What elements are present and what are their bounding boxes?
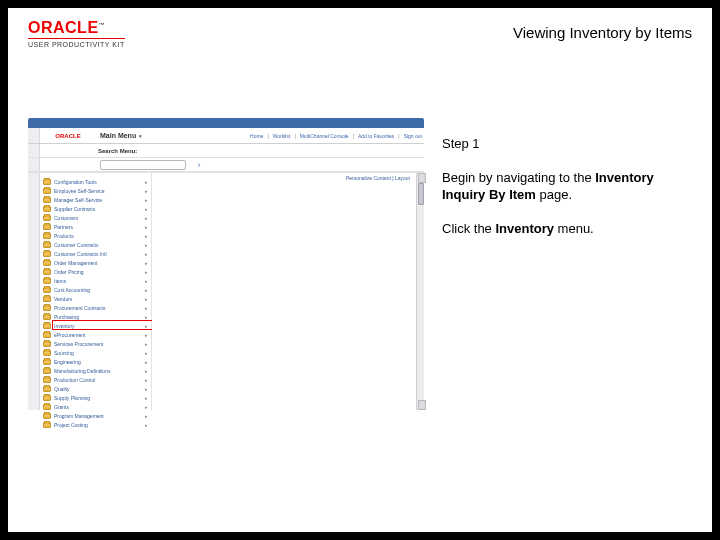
- submenu-caret-icon: ▸: [144, 404, 148, 410]
- link-mcc[interactable]: MultiChannel Console: [300, 133, 349, 139]
- menu-item-label: Supply Planning: [54, 395, 144, 401]
- folder-icon: [43, 332, 51, 338]
- menu-item-label: Grants: [54, 404, 144, 410]
- folder-icon: [43, 215, 51, 221]
- folder-icon: [43, 188, 51, 194]
- menu-item-label: Quality: [54, 386, 144, 392]
- menu-item[interactable]: Quality▸: [40, 384, 151, 393]
- menu-item-label: Partners: [54, 224, 144, 230]
- chevron-down-icon: ▾: [139, 133, 142, 139]
- menu-item[interactable]: Program Management▸: [40, 411, 151, 420]
- link-worklist[interactable]: Worklist: [273, 133, 291, 139]
- vertical-scrollbar[interactable]: [416, 173, 424, 410]
- menu-item[interactable]: Procurement Contracts▸: [40, 303, 151, 312]
- search-go-icon[interactable]: ›: [190, 160, 208, 170]
- menu-item-label: Production Control: [54, 377, 144, 383]
- submenu-caret-icon: ▸: [144, 296, 148, 302]
- menu-item[interactable]: Supply Planning▸: [40, 393, 151, 402]
- submenu-caret-icon: ▸: [144, 179, 148, 185]
- folder-icon: [43, 350, 51, 356]
- action-suffix: menu.: [554, 221, 594, 236]
- doc-title: Viewing Inventory by Items: [513, 24, 692, 41]
- submenu-caret-icon: ▸: [144, 197, 148, 203]
- submenu-caret-icon: ▸: [144, 242, 148, 248]
- folder-icon: [43, 404, 51, 410]
- window-titlebar: [28, 118, 424, 128]
- menu-item-label: Project Costing: [54, 422, 144, 428]
- menu-item-label: Customers: [54, 215, 144, 221]
- submenu-caret-icon: ▸: [144, 377, 148, 383]
- menu-item-label: Procurement Contracts: [54, 305, 144, 311]
- personalize-link[interactable]: Personalize Content | Layout: [346, 175, 410, 181]
- menu-item[interactable]: Cost Accounting▸: [40, 285, 151, 294]
- nav-menu: Configuration Tools▸Employee Self-Servic…: [40, 173, 152, 410]
- menu-item[interactable]: Items▸: [40, 276, 151, 285]
- scroll-thumb[interactable]: [418, 183, 424, 205]
- menu-item[interactable]: Order Pricing▸: [40, 267, 151, 276]
- menu-search-input[interactable]: [100, 160, 186, 170]
- link-fav[interactable]: Add to Favorites: [358, 133, 394, 139]
- intro-prefix: Begin by navigating to the: [442, 170, 595, 185]
- menu-item[interactable]: Partners▸: [40, 222, 151, 231]
- search-menu-label: Search Menu:: [98, 148, 137, 154]
- menu-item[interactable]: Production Control▸: [40, 375, 151, 384]
- menu-item[interactable]: Customers▸: [40, 213, 151, 222]
- menu-item[interactable]: Grants▸: [40, 402, 151, 411]
- menu-item[interactable]: Engineering▸: [40, 357, 151, 366]
- menu-item-label: Program Management: [54, 413, 144, 419]
- menu-item[interactable]: Inventory▸: [40, 321, 151, 330]
- link-signout[interactable]: Sign out: [404, 133, 422, 139]
- submenu-caret-icon: ▸: [144, 350, 148, 356]
- menu-item[interactable]: Services Procurement▸: [40, 339, 151, 348]
- tm-mark: ™: [99, 22, 106, 28]
- submenu-caret-icon: ▸: [144, 359, 148, 365]
- menu-item[interactable]: Configuration Tools▸: [40, 177, 151, 186]
- main-menu-dropdown[interactable]: Main Menu ▾: [96, 129, 150, 143]
- oracle-word: ORACLE: [28, 19, 99, 36]
- instruction-action: Click the Inventory menu.: [442, 221, 696, 237]
- menu-item[interactable]: Products▸: [40, 231, 151, 240]
- menu-item-label: Items: [54, 278, 144, 284]
- menu-item[interactable]: Project Costing▸: [40, 420, 151, 429]
- menu-item-label: Order Pricing: [54, 269, 144, 275]
- menu-item[interactable]: Sourcing▸: [40, 348, 151, 357]
- menu-item[interactable]: Customer Contracts▸: [40, 240, 151, 249]
- folder-icon: [43, 359, 51, 365]
- folder-icon: [43, 413, 51, 419]
- menu-item-label: Customer Contracts: [54, 242, 144, 248]
- menu-item-label: Cost Accounting: [54, 287, 144, 293]
- submenu-caret-icon: ▸: [144, 413, 148, 419]
- link-home[interactable]: Home: [250, 133, 263, 139]
- folder-icon: [43, 287, 51, 293]
- menu-item-label: Manager Self-Service: [54, 197, 144, 203]
- menu-item-label: Configuration Tools: [54, 179, 144, 185]
- menu-item[interactable]: Order Management▸: [40, 258, 151, 267]
- folder-icon: [43, 233, 51, 239]
- instruction-intro: Begin by navigating to the Inventory Inq…: [442, 170, 696, 203]
- menu-item[interactable]: Vendors▸: [40, 294, 151, 303]
- folder-icon: [43, 386, 51, 392]
- menu-item-label: Products: [54, 233, 144, 239]
- submenu-caret-icon: ▸: [144, 224, 148, 230]
- menu-item-label: Vendors: [54, 296, 144, 302]
- submenu-caret-icon: ▸: [144, 287, 148, 293]
- folder-icon: [43, 314, 51, 320]
- menu-item[interactable]: Customer Contracts Intl▸: [40, 249, 151, 258]
- top-links: Home| Worklist| MultiChannel Console| Ad…: [250, 128, 422, 143]
- action-prefix: Click the: [442, 221, 495, 236]
- folder-icon: [43, 341, 51, 347]
- submenu-caret-icon: ▸: [144, 422, 148, 428]
- menu-item-label: Customer Contracts Intl: [54, 251, 144, 257]
- menu-item-label: Employee Self-Service: [54, 188, 144, 194]
- menu-item[interactable]: eProcurement▸: [40, 330, 151, 339]
- submenu-caret-icon: ▸: [144, 251, 148, 257]
- menu-item[interactable]: Manufacturing Definitions▸: [40, 366, 151, 375]
- embedded-app-window: ORACLE Main Menu ▾ Home| Worklist| Multi…: [28, 118, 424, 410]
- menu-item[interactable]: Manager Self-Service▸: [40, 195, 151, 204]
- folder-icon: [43, 305, 51, 311]
- menu-item[interactable]: Employee Self-Service▸: [40, 186, 151, 195]
- folder-icon: [43, 179, 51, 185]
- folder-icon: [43, 242, 51, 248]
- menu-item[interactable]: Supplier Contracts▸: [40, 204, 151, 213]
- menu-item[interactable]: Purchasing▸: [40, 312, 151, 321]
